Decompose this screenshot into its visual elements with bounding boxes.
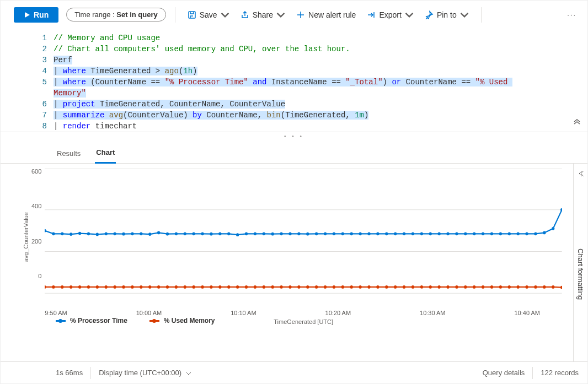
svg-point-30 — [263, 232, 265, 235]
svg-point-102 — [368, 285, 371, 289]
svg-point-71 — [96, 285, 99, 289]
run-button[interactable]: Run — [14, 7, 58, 23]
svg-point-109 — [429, 285, 432, 289]
tab-results[interactable]: Results — [56, 146, 82, 163]
svg-point-84 — [210, 285, 213, 289]
svg-point-113 — [464, 285, 467, 289]
tab-chart[interactable]: Chart — [95, 145, 116, 164]
svg-point-77 — [148, 285, 151, 289]
query-details-link[interactable]: Query details — [483, 369, 525, 377]
chart-plot[interactable]: 9:50 AM10:00 AM10:10 AM10:20 AM10:30 AM1… — [45, 168, 562, 306]
chevron-down-icon — [405, 10, 414, 19]
svg-point-34 — [298, 232, 301, 235]
share-icon — [240, 10, 249, 19]
svg-point-114 — [473, 285, 475, 289]
svg-point-110 — [438, 285, 441, 289]
chevron-down-icon — [460, 10, 469, 19]
svg-point-15 — [131, 232, 134, 235]
svg-point-122 — [543, 285, 546, 289]
svg-point-36 — [315, 232, 318, 235]
svg-point-18 — [157, 231, 160, 235]
svg-point-43 — [377, 232, 379, 235]
svg-point-25 — [219, 232, 222, 235]
svg-point-11 — [96, 233, 99, 236]
svg-point-74 — [122, 285, 125, 289]
svg-point-82 — [193, 285, 195, 289]
svg-point-59 — [517, 232, 520, 235]
separator — [90, 367, 91, 379]
svg-point-57 — [499, 232, 502, 235]
svg-point-37 — [324, 232, 327, 235]
resize-handle[interactable]: • • • — [1, 132, 587, 140]
svg-point-51 — [447, 232, 450, 235]
svg-point-65 — [45, 285, 46, 289]
svg-point-5 — [45, 229, 46, 232]
toolbar: Run Time range : Set in query Save Share… — [1, 1, 587, 29]
export-icon — [367, 10, 376, 19]
svg-point-86 — [227, 285, 230, 289]
svg-point-46 — [403, 232, 405, 235]
svg-point-85 — [219, 285, 222, 289]
svg-point-41 — [359, 232, 362, 235]
svg-point-100 — [350, 285, 353, 289]
side-panel-label: Chart formatting — [576, 248, 585, 300]
svg-point-60 — [526, 232, 528, 235]
code-area[interactable]: // Memory and CPU usage// Chart all comp… — [54, 33, 587, 132]
svg-point-67 — [61, 285, 64, 289]
run-label: Run — [34, 10, 49, 19]
svg-point-72 — [105, 285, 108, 289]
svg-point-13 — [114, 232, 116, 235]
svg-point-70 — [87, 285, 90, 289]
svg-point-105 — [394, 285, 397, 289]
svg-point-123 — [552, 285, 555, 289]
svg-point-81 — [184, 285, 186, 289]
svg-point-94 — [298, 285, 301, 289]
time-range-pill[interactable]: Time range : Set in query — [66, 8, 166, 21]
expand-icon[interactable] — [573, 119, 581, 128]
export-button[interactable]: Export — [364, 8, 416, 21]
svg-point-6 — [52, 232, 55, 235]
display-time-button[interactable]: Display time (UTC+00:00) — [99, 369, 191, 377]
svg-point-98 — [333, 285, 335, 289]
more-button[interactable]: ··· — [563, 8, 581, 21]
svg-point-92 — [280, 285, 283, 289]
chart-formatting-panel-toggle[interactable]: Chart formatting — [573, 164, 587, 361]
svg-point-8 — [70, 232, 72, 236]
svg-point-52 — [456, 232, 458, 235]
svg-point-49 — [429, 232, 432, 235]
svg-point-53 — [464, 232, 467, 235]
svg-point-29 — [254, 232, 256, 235]
svg-point-35 — [307, 232, 309, 236]
svg-point-19 — [166, 232, 169, 236]
svg-point-47 — [411, 232, 414, 235]
svg-point-79 — [166, 285, 169, 289]
share-label: Share — [253, 10, 273, 19]
svg-point-38 — [333, 232, 335, 235]
svg-point-22 — [193, 232, 195, 235]
svg-point-58 — [508, 232, 511, 235]
svg-point-73 — [114, 285, 116, 289]
svg-point-54 — [473, 232, 475, 235]
x-axis-ticks: 9:50 AM10:00 AM10:10 AM10:20 AM10:30 AM1… — [45, 307, 562, 316]
separator — [481, 7, 482, 23]
export-label: Export — [379, 10, 401, 19]
svg-point-14 — [122, 232, 125, 236]
svg-point-121 — [534, 285, 537, 289]
svg-point-104 — [386, 285, 388, 289]
svg-point-28 — [245, 232, 248, 235]
svg-point-56 — [490, 232, 493, 235]
save-button[interactable]: Save — [184, 8, 233, 21]
new-alert-button[interactable]: New alert rule — [293, 8, 359, 21]
share-button[interactable]: Share — [237, 8, 288, 21]
chart-area: avg_CounterValue 6004002000 9:50 AM10:00… — [1, 164, 573, 361]
svg-point-80 — [175, 285, 178, 289]
query-editor[interactable]: 12345678 // Memory and CPU usage// Chart… — [1, 29, 587, 132]
pin-button[interactable]: Pin to — [421, 8, 472, 21]
svg-point-99 — [341, 285, 344, 289]
svg-point-69 — [78, 285, 81, 289]
line-gutter: 12345678 — [1, 33, 54, 132]
svg-point-50 — [438, 232, 441, 235]
svg-point-108 — [420, 285, 423, 289]
svg-point-32 — [280, 232, 283, 235]
svg-point-17 — [148, 232, 151, 236]
